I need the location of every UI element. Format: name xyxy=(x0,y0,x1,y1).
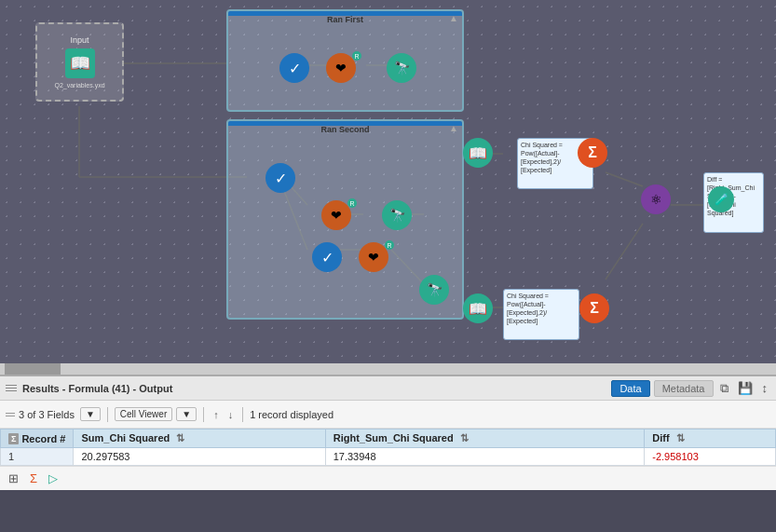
copy-button[interactable]: ⧉ xyxy=(717,380,731,397)
input-node[interactable]: Input 📖 Q2_variables.yxd xyxy=(35,22,124,102)
divider-3 xyxy=(242,407,243,422)
formula-node-1[interactable]: ❤ xyxy=(326,53,356,83)
formula-label-bottom: Chi Squared = Pow([Actual]- [Expected],2… xyxy=(503,289,579,340)
results-table: Σ Record # Sum_Chi Squared ⇅ Right_Sum_C… xyxy=(0,429,776,466)
container-ran-first: Ran First ▲ ✓ ❤ R 🔭 xyxy=(226,9,464,112)
cell-viewer-dropdown[interactable]: ▼ xyxy=(176,407,197,421)
table-header-row: Σ Record # Sum_Chi Squared ⇅ Right_Sum_C… xyxy=(1,430,776,448)
cell-right-sum-chi-1: 17.33948 xyxy=(325,448,645,466)
save-button[interactable]: 💾 xyxy=(735,380,756,396)
cell-record-1: 1 xyxy=(1,448,74,466)
scrollbar-thumb[interactable] xyxy=(5,363,61,375)
browse-node-2[interactable]: 🔭 xyxy=(382,200,412,230)
input-filename: Q2_variables.yxd xyxy=(54,82,104,89)
metadata-button[interactable]: Metadata xyxy=(654,380,714,397)
formula-right-top[interactable]: 🧪 xyxy=(708,186,734,212)
sigma-node-top[interactable]: Σ xyxy=(578,138,607,168)
cell-diff-1: -2.958103 xyxy=(645,448,776,466)
cell-viewer-btn[interactable]: Cell Viewer xyxy=(115,407,172,421)
results-toolbar: 3 of 3 Fields ▼ Cell Viewer ▼ ↑ ↓ 1 reco… xyxy=(0,401,776,429)
book-node-bottom[interactable]: 📖 xyxy=(463,293,493,323)
collapse-ran-second-btn[interactable]: ▲ xyxy=(449,123,458,133)
col-header-sum-chi[interactable]: Sum_Chi Squared ⇅ xyxy=(74,430,325,448)
divider-1 xyxy=(107,407,108,422)
footer-output-icon[interactable]: ▷ xyxy=(46,471,61,486)
book-node-top[interactable]: 📖 xyxy=(463,138,493,168)
input-node-title: Input xyxy=(70,35,88,45)
col-header-record[interactable]: Σ Record # xyxy=(1,430,74,448)
toolbar-grip[interactable] xyxy=(6,413,15,416)
footer-table-icon[interactable]: ⊞ xyxy=(6,471,21,486)
collapse-ran-first-btn[interactable]: ▲ xyxy=(449,13,458,23)
join-node[interactable]: ⚛ xyxy=(641,184,671,214)
results-header: Results - Formula (41) - Output Data Met… xyxy=(0,376,776,401)
check-node-1[interactable]: ✓ xyxy=(279,53,309,83)
svg-line-15 xyxy=(606,172,643,186)
sort-down-btn[interactable]: ↓ xyxy=(225,408,237,421)
browse-node-1[interactable]: 🔭 xyxy=(387,53,416,83)
data-table-container: Σ Record # Sum_Chi Squared ⇅ Right_Sum_C… xyxy=(0,429,776,466)
formula-node-3[interactable]: ❤ xyxy=(359,242,388,272)
results-header-buttons: Data Metadata ⧉ 💾 ↕ xyxy=(611,380,770,397)
data-button[interactable]: Data xyxy=(611,380,649,397)
container-ran-second: Ran Second ▲ ✓ ❤ R 🔭 ✓ ❤ R 🔭 xyxy=(226,119,464,320)
sort-up-btn[interactable]: ↑ xyxy=(211,408,222,421)
svg-line-16 xyxy=(606,224,643,280)
results-grip[interactable] xyxy=(6,385,17,391)
divider-2 xyxy=(203,407,204,422)
footer-sigma-icon[interactable]: Σ xyxy=(27,471,40,486)
workflow-canvas[interactable]: Input 📖 Q2_variables.yxd Ran First ▲ ✓ ❤… xyxy=(0,0,776,363)
fields-count: 3 of 3 Fields xyxy=(19,409,75,420)
canvas-h-scrollbar[interactable] xyxy=(0,363,776,375)
results-footer: ⊞ Σ ▷ xyxy=(0,466,776,490)
results-title: Results - Formula (41) - Output xyxy=(22,383,172,394)
col-header-right-sum-chi[interactable]: Right_Sum_Chi Squared ⇅ xyxy=(325,430,645,448)
sigma-node-bottom[interactable]: Σ xyxy=(579,293,609,323)
cell-sum-chi-1: 20.297583 xyxy=(74,448,325,466)
check-node-3[interactable]: ✓ xyxy=(312,242,342,272)
check-node-2[interactable]: ✓ xyxy=(265,163,295,193)
panel-collapse-btn[interactable]: ↕ xyxy=(759,380,771,396)
container-ran-first-title: Ran First xyxy=(327,15,363,24)
input-icon: 📖 xyxy=(65,48,95,78)
fields-dropdown-btn[interactable]: ▼ xyxy=(80,407,101,421)
col-header-diff[interactable]: Diff ⇅ xyxy=(645,430,776,448)
container-ran-second-title: Ran Second xyxy=(320,125,369,134)
browse-node-3[interactable]: 🔭 xyxy=(419,275,449,305)
table-row: 1 20.297583 17.33948 -2.958103 xyxy=(1,448,776,466)
formula-node-2[interactable]: ❤ xyxy=(321,200,351,230)
results-panel: Results - Formula (41) - Output Data Met… xyxy=(0,375,776,490)
record-count: 1 record displayed xyxy=(250,409,334,420)
